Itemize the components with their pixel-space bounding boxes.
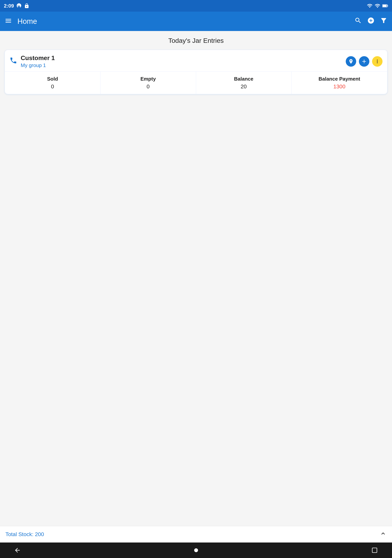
app-title: Home <box>17 17 354 26</box>
customer-card: Customer 1 My group 1 Sold <box>5 50 387 94</box>
wifi-icon <box>367 3 373 9</box>
filter-button[interactable] <box>380 17 387 26</box>
stat-sold: Sold 0 <box>5 72 101 94</box>
battery-icon <box>382 4 388 8</box>
total-stock-label: Total Stock: 200 <box>5 531 44 537</box>
stat-balance-payment: Balance Payment 1300 <box>291 72 387 94</box>
customer-card-actions <box>346 56 383 67</box>
stat-sold-value: 0 <box>7 84 98 90</box>
location-button[interactable] <box>346 56 356 67</box>
search-button[interactable] <box>354 17 362 26</box>
stat-empty-value: 0 <box>102 84 194 90</box>
stat-sold-label: Sold <box>7 76 98 82</box>
status-bar: 2:09 <box>0 0 392 12</box>
nav-bar <box>0 542 392 558</box>
more-options-button[interactable] <box>372 56 383 67</box>
back-button[interactable] <box>12 544 23 556</box>
svg-rect-1 <box>383 5 387 7</box>
page-title: Today's Jar Entries <box>5 37 387 44</box>
customer-card-header: Customer 1 My group 1 <box>5 50 387 72</box>
vpn-icon <box>16 3 22 9</box>
stats-grid: Sold 0 Empty 0 Balance 20 Balance Paymen… <box>5 72 387 94</box>
stat-balance: Balance 20 <box>196 72 292 94</box>
signal-icon <box>375 3 380 9</box>
svg-rect-3 <box>372 548 377 553</box>
main-content: Today's Jar Entries Customer 1 My group … <box>0 31 392 558</box>
stat-empty-label: Empty <box>102 76 194 82</box>
add-circle-button[interactable] <box>367 17 375 26</box>
recent-apps-button[interactable] <box>369 544 380 556</box>
menu-button[interactable] <box>5 17 12 26</box>
app-bar-actions <box>354 17 387 26</box>
customer-details: Customer 1 My group 1 <box>21 54 55 68</box>
home-dot <box>194 548 198 552</box>
svg-rect-2 <box>387 5 388 7</box>
bottom-stock-bar: Total Stock: 200 <box>0 526 392 542</box>
stat-balance-payment-value: 1300 <box>293 84 385 90</box>
home-button[interactable] <box>190 544 202 556</box>
stat-balance-payment-label: Balance Payment <box>293 76 385 82</box>
app-bar: Home <box>0 12 392 31</box>
customer-info: Customer 1 My group 1 <box>9 54 55 68</box>
time-text: 2:09 <box>4 3 14 9</box>
customer-group: My group 1 <box>21 62 55 68</box>
chevron-up-button[interactable] <box>380 530 387 539</box>
phone-icon <box>9 57 17 66</box>
stat-balance-value: 20 <box>198 84 290 90</box>
add-entry-button[interactable] <box>359 56 369 67</box>
stat-balance-label: Balance <box>198 76 290 82</box>
customer-name: Customer 1 <box>21 54 55 62</box>
stat-empty: Empty 0 <box>101 72 196 94</box>
lock-icon <box>24 3 29 9</box>
status-time: 2:09 <box>4 3 29 9</box>
status-icons <box>367 3 388 9</box>
